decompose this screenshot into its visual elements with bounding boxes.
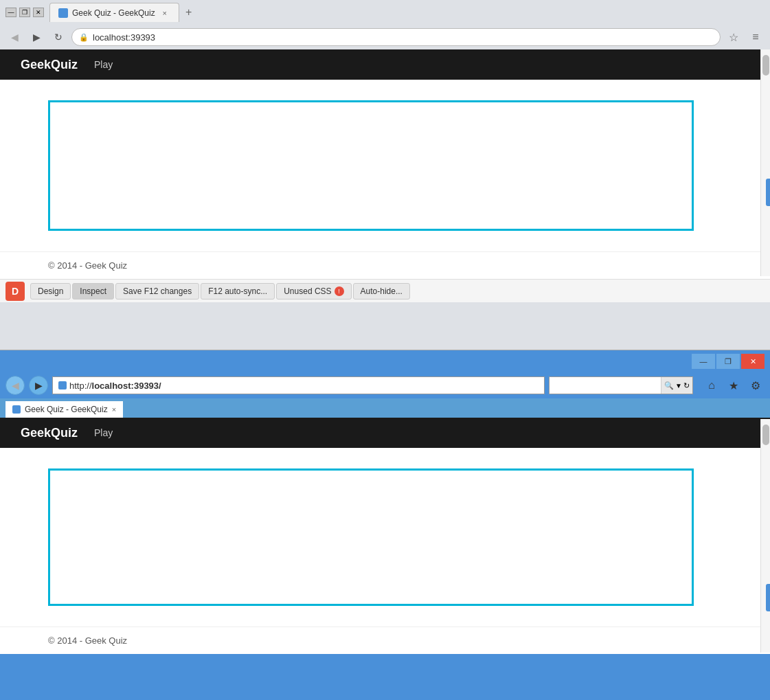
site-body	[0, 80, 770, 251]
chrome-tab-close-button[interactable]: ×	[159, 8, 170, 19]
devtools-toolbar: D Design Inspect Save F12 changes F12 au…	[0, 279, 770, 302]
ie-home-button[interactable]: ⌂	[703, 376, 721, 394]
chrome-menu-button[interactable]: ≡	[747, 28, 765, 46]
ie-site-play-link[interactable]: Play	[94, 427, 113, 438]
footer-copyright: © 2014 - Geek Quiz	[48, 260, 127, 271]
ie-tab-bar: Geek Quiz - GeekQuiz ×	[0, 398, 770, 418]
chrome-close-button[interactable]: ✕	[33, 8, 44, 17]
chrome-minimize-button[interactable]: —	[5, 8, 16, 17]
ie-tab-favicon	[12, 405, 21, 414]
ie-search-icons: 🔍 ▼ ↻	[661, 377, 692, 394]
ie-footer-copyright: © 2014 - Geek Quiz	[48, 635, 127, 646]
chrome-refresh-button[interactable]: ↻	[49, 28, 67, 46]
site-footer: © 2014 - Geek Quiz	[0, 251, 770, 279]
chrome-scroll-thumb[interactable]	[762, 55, 769, 76]
ie-settings-button[interactable]: ⚙	[747, 376, 765, 394]
chrome-tab-favicon	[58, 8, 68, 18]
ie-web-content: GeekQuiz Play © 2014 - Geek Quiz	[0, 418, 770, 654]
chrome-browser-window: — ❐ ✕ Geek Quiz - GeekQuiz × + ◀ ▶ ↻ 🔒 l…	[0, 0, 770, 350]
ie-scroll-thumb[interactable]	[762, 425, 769, 445]
ie-site-footer: © 2014 - Geek Quiz	[0, 626, 770, 654]
chrome-url-lock-icon: 🔒	[79, 33, 89, 42]
ie-window-controls: — ❐ ✕	[692, 354, 765, 369]
ie-tab-title: Geek Quiz - GeekQuiz	[25, 405, 108, 414]
chrome-url-text: localhost:39393	[93, 32, 155, 43]
ie-tab-close-button[interactable]: ×	[112, 405, 116, 414]
chrome-new-tab-button[interactable]: +	[179, 3, 199, 22]
chrome-side-handle[interactable]	[766, 179, 770, 206]
ie-back-button[interactable]: ◀	[5, 376, 25, 395]
ie-site-body	[0, 448, 770, 626]
ie-search-dropdown-icon[interactable]: ▼	[675, 382, 682, 389]
chrome-window-controls: — ❐ ✕	[5, 8, 44, 17]
devtools-design-button[interactable]: Design	[30, 283, 71, 300]
devtools-save-button[interactable]: Save F12 changes	[115, 283, 199, 300]
devtools-inspect-button[interactable]: Inspect	[72, 283, 114, 300]
ie-toolbar-right: ⌂ ★ ⚙	[703, 376, 765, 394]
chrome-maximize-button[interactable]: ❐	[19, 8, 30, 17]
ie-title-bar: — ❐ ✕	[0, 350, 770, 372]
ie-close-button[interactable]: ✕	[741, 354, 765, 369]
ie-tab-active[interactable]: Geek Quiz - GeekQuiz ×	[5, 401, 123, 418]
svg-text:D: D	[12, 286, 19, 297]
ie-search-input[interactable]	[550, 377, 661, 394]
chrome-scrollbar[interactable]	[760, 49, 770, 276]
chrome-forward-button[interactable]: ▶	[27, 28, 45, 46]
ie-search-bar[interactable]: 🔍 ▼ ↻	[549, 376, 693, 394]
site-brand[interactable]: GeekQuiz	[21, 58, 78, 72]
devtools-logo-icon: D	[5, 282, 25, 301]
ie-scrollbar[interactable]	[760, 419, 770, 653]
ie-restore-button[interactable]: ❐	[716, 354, 740, 369]
chrome-title-bar: — ❐ ✕ Geek Quiz - GeekQuiz × +	[0, 0, 770, 25]
devtools-unused-css-badge: !	[335, 286, 344, 296]
ie-side-handle[interactable]	[766, 584, 770, 611]
ie-url-text: http://localhost:39393/	[69, 381, 161, 391]
chrome-back-button[interactable]: ◀	[5, 28, 23, 46]
ie-favorites-button[interactable]: ★	[725, 376, 743, 394]
devtools-autosync-button[interactable]: F12 auto-sync...	[201, 283, 275, 300]
ie-minimize-button[interactable]: —	[692, 354, 715, 369]
chrome-bookmark-icon[interactable]: ☆	[725, 28, 743, 46]
ie-site-navbar: GeekQuiz Play	[0, 418, 770, 448]
chrome-omnibar: ◀ ▶ ↻ 🔒 localhost:39393 ☆ ≡	[0, 25, 770, 49]
ie-browser-window: — ❐ ✕ ◀ ▶ http://localhost:39393/ 🔍 ▼ ↻ …	[0, 350, 770, 700]
chrome-web-content: GeekQuiz Play © 2014 - Geek Quiz	[0, 49, 770, 279]
ie-forward-button[interactable]: ▶	[29, 376, 48, 395]
devtools-autohide-button[interactable]: Auto-hide...	[353, 283, 410, 300]
content-highlight-box	[48, 100, 694, 231]
ie-site-brand[interactable]: GeekQuiz	[21, 426, 78, 440]
chrome-tab-title: Geek Quiz - GeekQuiz	[72, 8, 155, 18]
devtools-unused-css-button[interactable]: Unused CSS !	[276, 283, 351, 300]
site-play-link[interactable]: Play	[94, 59, 113, 70]
chrome-url-bar[interactable]: 🔒 localhost:39393	[71, 28, 721, 46]
ie-omnibar: ◀ ▶ http://localhost:39393/ 🔍 ▼ ↻ ⌂ ★ ⚙	[0, 372, 770, 398]
ie-search-icon[interactable]: 🔍	[664, 381, 674, 390]
site-navbar: GeekQuiz Play	[0, 49, 770, 80]
ie-refresh-icon[interactable]: ↻	[683, 381, 690, 390]
chrome-tab-active[interactable]: Geek Quiz - GeekQuiz ×	[49, 3, 179, 22]
ie-content-highlight-box	[48, 468, 694, 606]
ie-url-favicon	[58, 381, 67, 389]
ie-url-bar[interactable]: http://localhost:39393/	[52, 376, 545, 394]
